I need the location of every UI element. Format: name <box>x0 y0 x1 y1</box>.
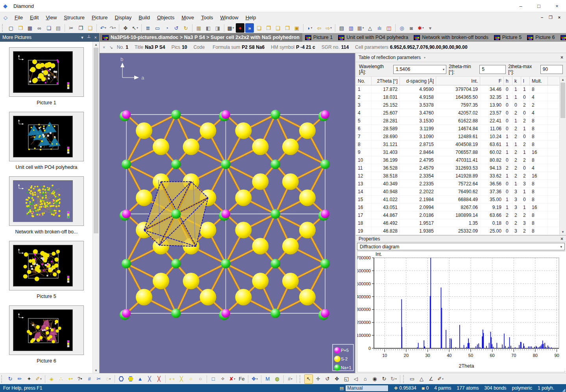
scroll-down-icon[interactable]: ▼ <box>93 368 99 374</box>
thumbnail-network-with-broken-off-bo-[interactable] <box>9 176 84 226</box>
history-window-icon[interactable]: ◔ <box>163 23 171 33</box>
lattice-x-blue-icon[interactable]: ╳ <box>145 374 154 384</box>
scroll-up-icon[interactable]: ▲ <box>560 77 566 83</box>
tilt-up-icon[interactable]: ⌂ <box>361 374 370 384</box>
scheduler-icon[interactable]: ◗▾ <box>305 23 314 33</box>
powder-pattern-icon[interactable]: ılı <box>375 23 384 33</box>
destroy-red-icon[interactable]: ✘▾ <box>228 374 237 384</box>
bond-network-icon[interactable]: ╳ <box>177 374 186 384</box>
theta-min-input[interactable]: 5 <box>479 65 506 74</box>
new-window-icon[interactable]: ▭ <box>153 23 162 33</box>
panel-menu-icon[interactable]: ▾ <box>424 56 425 59</box>
fe-bond-icon[interactable]: Fe <box>237 374 246 384</box>
thumbnail-picture-1[interactable] <box>9 47 84 97</box>
measure-angle-icon[interactable]: ∠ <box>427 374 435 384</box>
rhomb-build-icon[interactable]: ◈ <box>47 374 56 384</box>
rotate-z-icon[interactable]: ↺ <box>323 374 332 384</box>
polyhedron-add-icon[interactable]: ▲ <box>136 374 144 384</box>
print-icon[interactable]: ▤ <box>54 23 63 33</box>
picture-export-icon[interactable]: ▣ <box>292 23 301 33</box>
list-detail-icon[interactable]: ▥ <box>347 23 355 33</box>
distance-plot-icon[interactable]: △ <box>366 23 374 33</box>
atom-question-icon[interactable]: ?• <box>76 374 84 384</box>
slide-advance-icon[interactable]: » <box>245 23 254 33</box>
column-header-int-[interactable]: Int. <box>436 77 480 85</box>
tree-view-icon[interactable]: ≣ <box>144 23 152 33</box>
maximize-button[interactable]: □ <box>530 0 548 12</box>
wavelength-select[interactable]: 1.5406 ▾ <box>393 65 446 74</box>
properties-view-select[interactable]: Diffraction diagram ▾ <box>357 243 565 250</box>
print-preview-icon[interactable]: ❏ <box>44 23 53 33</box>
column-header-no-[interactable]: No. <box>356 77 372 85</box>
move-xy-icon[interactable]: ✛ <box>314 374 322 384</box>
picture-up-icon[interactable]: ❑ <box>274 23 282 33</box>
column-header-k[interactable]: k <box>512 77 521 85</box>
move-all-icon[interactable]: ✥ <box>333 374 341 384</box>
tab-picture-1[interactable]: Picture 1 <box>302 33 335 42</box>
copy-icon[interactable]: ❐ <box>76 23 85 33</box>
spin-axis-1-icon[interactable]: ↻ <box>380 374 388 384</box>
nav-back-icon[interactable]: ⇦ <box>315 23 324 33</box>
column-header-2theta-[interactable]: 2Theta [°] <box>372 77 400 85</box>
reflection-row[interactable]: 1643.0512.09948267.069.1913116 <box>356 203 566 211</box>
redo-icon[interactable]: ↷▾ <box>108 23 117 33</box>
measure-triangle-icon[interactable]: △ <box>417 374 426 384</box>
reflection-row[interactable]: 831.1212.8715404508.1963.611128 <box>356 141 566 148</box>
minimize-button[interactable]: – <box>512 0 530 12</box>
column-header-f[interactable]: F <box>480 77 504 85</box>
open-file-icon[interactable]: ❒ <box>16 23 25 33</box>
update-picture-icon[interactable]: ↻ <box>6 374 15 384</box>
menu-view[interactable]: View <box>42 13 60 22</box>
pan-hand-icon[interactable]: ✥ <box>121 23 130 33</box>
pin-icon[interactable]: ┴ <box>87 35 91 40</box>
reflection-row[interactable]: 1541.0222.198466884.4935.001308 <box>356 196 566 203</box>
molecule-m-icon[interactable]: M <box>263 374 272 384</box>
select-pointer-icon[interactable]: ↖▾ <box>131 23 139 33</box>
column-header-d-spacing-[interactable]: d-spacing [Å] <box>400 77 436 85</box>
atom-dotted-icon[interactable]: ◌▾ <box>104 374 113 384</box>
picture-down-icon[interactable]: ❒ <box>283 23 292 33</box>
sidebar-scrollbar[interactable]: ▲ ▼ <box>92 42 99 374</box>
picture-new-icon[interactable]: ❏ <box>255 23 263 33</box>
tab-unit-cell-with-po4-polyhedra[interactable]: Unit cell with PO4 polyhedra <box>335 33 411 42</box>
list-properties-icon[interactable]: ▤ <box>337 23 346 33</box>
tab-active-supercell[interactable]: Na3PS4-10-pictures.diamdoc > Na3 P S4 > … <box>100 33 302 42</box>
slide-show-icon[interactable]: ◆ <box>236 23 244 33</box>
reflection-row[interactable]: 1036.1992.4795470311.4180.820228 <box>356 156 566 164</box>
table-edit-icon[interactable]: ▦ <box>194 23 203 33</box>
menu-tools[interactable]: Tools <box>198 13 216 22</box>
menu-help[interactable]: Help <box>242 13 260 22</box>
infobar-expand-icon[interactable]: ↘ <box>109 45 113 50</box>
spin-center-icon[interactable]: ◉ <box>370 374 379 384</box>
net-cell-icon[interactable]: # <box>85 374 94 384</box>
crystal-structure-view[interactable]: baP+5S-2Na+1 <box>100 53 355 374</box>
properties-panel-close-icon[interactable]: × <box>560 236 563 242</box>
thumbnail-picture-5[interactable] <box>9 241 84 290</box>
sidebar-scroll-thumb[interactable] <box>94 48 98 233</box>
tools-icon[interactable]: ✦ <box>25 374 33 384</box>
thumbnail-picture-6[interactable] <box>9 305 84 355</box>
pointer-select-icon[interactable]: ↖ <box>304 374 313 384</box>
measure-ruler-icon[interactable]: ▭ <box>408 374 416 384</box>
menu-build[interactable]: Build <box>135 13 154 22</box>
column-header-mult-[interactable]: Mult. <box>530 77 548 85</box>
menu-edit[interactable]: Edit <box>26 13 42 22</box>
sketch-pen-icon[interactable]: ✐▾ <box>436 374 445 384</box>
new-file-icon[interactable]: ▢ <box>7 23 15 33</box>
scale-frame-icon[interactable]: ◱ <box>342 374 351 384</box>
globe-icon[interactable]: ◍ <box>273 374 281 384</box>
picture-copy-icon[interactable]: ❐ <box>264 23 273 33</box>
spin-axis-2-icon[interactable]: ↻▾ <box>389 374 398 384</box>
reflection-row[interactable]: 1946.8281.938525332.0925.000328 <box>356 227 566 235</box>
close-button[interactable]: × <box>548 0 566 12</box>
thumbnail-unit-cell-with-po4-polyhedra[interactable] <box>9 112 84 161</box>
reflection-row[interactable]: 1238.5182.3354141928.8933.6212216 <box>356 172 566 180</box>
cut-icon[interactable]: ✂ <box>67 23 76 33</box>
infobar-close-icon[interactable]: × <box>103 45 105 50</box>
menu-structure[interactable]: Structure <box>60 13 88 22</box>
nav-forward-icon[interactable]: ⇨▾ <box>324 23 333 33</box>
paste-icon[interactable]: ❑ <box>86 23 94 33</box>
menu-display[interactable]: Display <box>111 13 135 22</box>
resize-grip[interactable]: ◢ <box>560 384 566 392</box>
bond-create-icon[interactable]: ∘∘ <box>168 374 176 384</box>
